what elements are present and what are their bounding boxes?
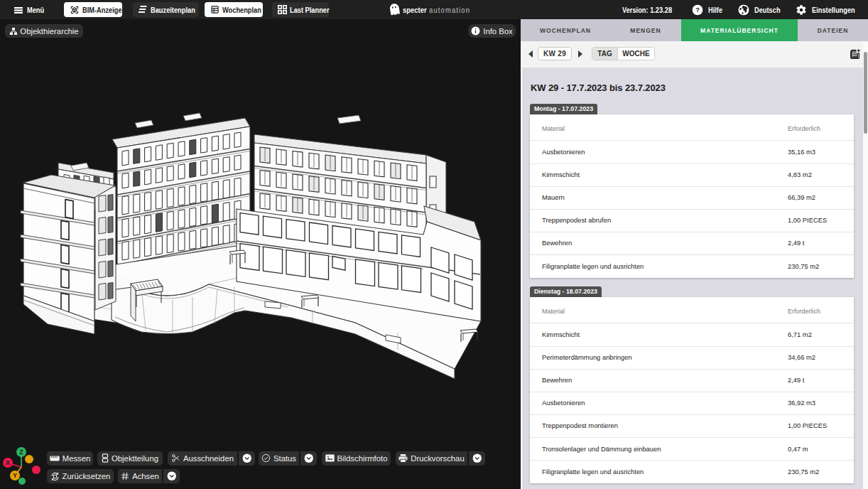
svg-text:?: ? bbox=[695, 6, 700, 14]
svg-text:Z: Z bbox=[19, 448, 23, 456]
svg-text:X: X bbox=[6, 459, 10, 466]
svg-text:Y: Y bbox=[13, 472, 17, 479]
